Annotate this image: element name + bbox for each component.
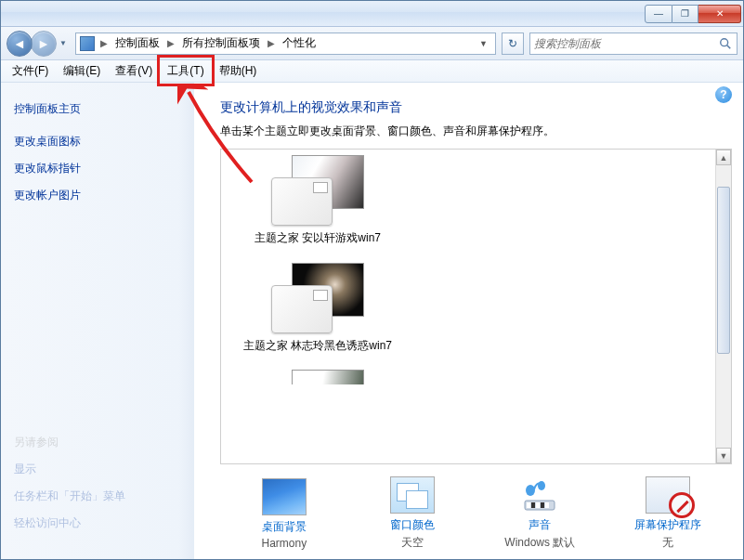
theme-list-box: 主题之家 安以轩游戏win7 主题之家 林志玲黑色诱惑win7 [220, 149, 732, 464]
nav-buttons: ◄ ► ▼ [7, 31, 70, 57]
help-icon[interactable]: ? [715, 86, 732, 103]
scroll-thumb[interactable] [717, 187, 730, 354]
close-button[interactable]: ✕ [698, 5, 741, 23]
svg-point-2 [526, 485, 535, 496]
minimize-button[interactable]: — [645, 5, 672, 23]
back-button[interactable]: ◄ [7, 31, 33, 57]
breadcrumb-item[interactable]: 所有控制面板项 [180, 35, 262, 51]
sidebar-link-desktop-icons[interactable]: 更改桌面图标 [14, 134, 181, 150]
setting-label: 窗口颜色 [357, 517, 468, 533]
theme-item[interactable]: 主题之家 安以轩游戏win7 [234, 155, 401, 246]
svg-point-3 [538, 481, 545, 490]
theme-title: 主题之家 林志玲黑色诱惑win7 [234, 339, 401, 354]
svg-rect-9 [545, 502, 549, 508]
menu-view[interactable]: 查看(V) [108, 60, 160, 82]
menu-edit[interactable]: 编辑(E) [56, 60, 108, 82]
setting-value: 无 [612, 535, 724, 551]
theme-scroll-area[interactable]: 主题之家 安以轩游戏win7 主题之家 林志玲黑色诱惑win7 [221, 150, 731, 463]
scroll-up-button[interactable]: ▲ [716, 150, 731, 165]
svg-point-0 [721, 38, 728, 46]
sidebar-link-account-picture[interactable]: 更改帐户图片 [14, 188, 181, 203]
setting-window-color[interactable]: 窗口颜色 天空 [357, 476, 468, 551]
forward-button[interactable]: ► [31, 31, 57, 57]
theme-title: 主题之家 安以轩游戏win7 [234, 231, 401, 246]
setting-value: Harmony [228, 537, 340, 550]
see-also-taskbar[interactable]: 任务栏和「开始」菜单 [14, 488, 181, 504]
theme-thumbnail [271, 155, 364, 226]
svg-rect-7 [536, 502, 540, 508]
control-panel-window: — ❐ ✕ ◄ ► ▼ ▶ 控制面板 ▶ 所有控制面板项 ▶ 个性化 ▼ ↻ [0, 0, 744, 560]
search-icon[interactable] [718, 36, 733, 51]
address-row: ◄ ► ▼ ▶ 控制面板 ▶ 所有控制面板项 ▶ 个性化 ▼ ↻ [1, 27, 743, 60]
svg-rect-6 [531, 502, 535, 508]
svg-line-1 [727, 45, 731, 48]
breadcrumb-item[interactable]: 控制面板 [113, 35, 162, 51]
window-titlebar: — ❐ ✕ [1, 1, 743, 27]
breadcrumb-item[interactable]: 个性化 [281, 35, 318, 51]
sidebar: 控制面板主页 更改桌面图标 更改鼠标指针 更改帐户图片 另请参阅 显示 任务栏和… [1, 83, 194, 559]
page-subtext: 单击某个主题立即更改桌面背景、窗口颜色、声音和屏幕保护程序。 [220, 124, 732, 139]
setting-value: Windows 默认 [484, 535, 595, 551]
setting-label: 屏幕保护程序 [612, 517, 724, 533]
setting-sound[interactable]: 声音 Windows 默认 [484, 476, 595, 551]
menu-tools[interactable]: 工具(T) [160, 60, 211, 82]
address-bar[interactable]: ▶ 控制面板 ▶ 所有控制面板项 ▶ 个性化 ▼ [75, 33, 496, 55]
maximize-button[interactable]: ❐ [672, 5, 698, 23]
breadcrumb-separator: ▶ [98, 38, 110, 48]
scroll-down-button[interactable]: ▼ [716, 448, 731, 463]
sound-icon [517, 476, 562, 514]
window-body: 控制面板主页 更改桌面图标 更改鼠标指针 更改帐户图片 另请参阅 显示 任务栏和… [1, 83, 743, 559]
nav-history-dropdown[interactable]: ▼ [57, 33, 70, 55]
setting-label: 声音 [484, 517, 595, 533]
search-box[interactable] [529, 33, 737, 55]
theme-item[interactable]: 主题之家 林志玲黑色诱惑win7 [234, 263, 401, 354]
breadcrumb-separator: ▶ [266, 38, 277, 48]
screensaver-icon [646, 476, 690, 514]
setting-screen-saver[interactable]: 屏幕保护程序 无 [612, 476, 724, 551]
sidebar-home-link[interactable]: 控制面板主页 [14, 101, 181, 117]
settings-row: 桌面背景 Harmony 窗口颜色 天空 声音 Windows 默认 [220, 464, 732, 553]
setting-value: 天空 [357, 535, 468, 551]
page-heading: 更改计算机上的视觉效果和声音 [220, 99, 732, 116]
see-also-header: 另请参阅 [14, 435, 181, 450]
window-control-buttons: — ❐ ✕ [643, 5, 741, 23]
menu-bar: 文件(F) 编辑(E) 查看(V) 工具(T) 帮助(H) [1, 60, 743, 83]
theme-thumbnail [271, 370, 364, 384]
main-content: ? 更改计算机上的视觉效果和声音 单击某个主题立即更改桌面背景、窗口颜色、声音和… [194, 83, 743, 559]
scrollbar[interactable]: ▲ ▼ [715, 150, 731, 463]
theme-thumbnail [271, 263, 364, 333]
sidebar-link-mouse-pointers[interactable]: 更改鼠标指针 [14, 161, 181, 176]
breadcrumb-separator: ▶ [165, 38, 176, 48]
see-also-ease-of-access[interactable]: 轻松访问中心 [14, 515, 181, 531]
theme-item-partial[interactable] [234, 370, 401, 384]
menu-help[interactable]: 帮助(H) [212, 60, 265, 82]
svg-rect-8 [541, 502, 544, 508]
refresh-button[interactable]: ↻ [502, 33, 524, 55]
desktop-background-icon [262, 478, 307, 515]
window-color-icon [390, 476, 435, 514]
see-also-display[interactable]: 显示 [14, 462, 181, 477]
svg-rect-5 [527, 502, 530, 508]
sidebar-see-also: 另请参阅 显示 任务栏和「开始」菜单 轻松访问中心 [14, 435, 181, 542]
setting-desktop-background[interactable]: 桌面背景 Harmony [228, 478, 340, 550]
address-dropdown[interactable]: ▼ [476, 39, 491, 48]
search-input[interactable] [534, 37, 718, 50]
control-panel-icon [80, 36, 95, 51]
setting-label: 桌面背景 [228, 519, 340, 535]
menu-file[interactable]: 文件(F) [5, 60, 56, 82]
